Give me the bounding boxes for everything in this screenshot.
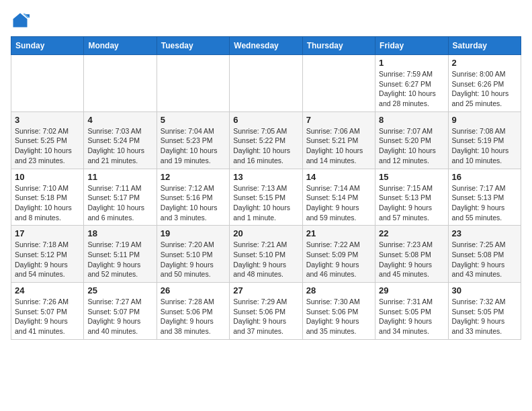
calendar-day-7: 7Sunrise: 7:06 AM Sunset: 5:21 PM Daylig… xyxy=(302,111,375,169)
day-number: 1 xyxy=(379,58,444,68)
weekday-header-tuesday: Tuesday xyxy=(157,37,229,55)
day-info: Sunrise: 7:26 AM Sunset: 5:07 PM Dayligh… xyxy=(15,297,80,336)
day-info: Sunrise: 7:19 AM Sunset: 5:11 PM Dayligh… xyxy=(87,240,152,279)
day-number: 8 xyxy=(379,115,444,125)
day-info: Sunrise: 7:25 AM Sunset: 5:08 PM Dayligh… xyxy=(452,240,517,279)
empty-day-cell xyxy=(302,55,375,112)
weekday-header-sunday: Sunday xyxy=(11,37,84,55)
day-number: 18 xyxy=(87,228,152,238)
empty-day-cell xyxy=(84,55,157,112)
calendar-day-18: 18Sunrise: 7:19 AM Sunset: 5:11 PM Dayli… xyxy=(84,226,157,283)
day-info: Sunrise: 7:14 AM Sunset: 5:14 PM Dayligh… xyxy=(306,183,371,223)
day-number: 6 xyxy=(233,115,298,125)
calendar-day-8: 8Sunrise: 7:07 AM Sunset: 5:20 PM Daylig… xyxy=(375,111,448,169)
calendar-day-15: 15Sunrise: 7:15 AM Sunset: 5:13 PM Dayli… xyxy=(375,169,448,226)
day-number: 19 xyxy=(161,228,226,238)
calendar-day-21: 21Sunrise: 7:22 AM Sunset: 5:09 PM Dayli… xyxy=(302,226,375,283)
calendar-day-20: 20Sunrise: 7:21 AM Sunset: 5:10 PM Dayli… xyxy=(230,226,302,283)
day-number: 3 xyxy=(15,115,80,125)
weekday-header-thursday: Thursday xyxy=(302,37,375,55)
day-number: 7 xyxy=(306,115,371,125)
calendar-day-5: 5Sunrise: 7:04 AM Sunset: 5:23 PM Daylig… xyxy=(157,111,229,169)
day-number: 14 xyxy=(306,172,371,182)
day-info: Sunrise: 7:31 AM Sunset: 5:05 PM Dayligh… xyxy=(379,297,444,336)
day-info: Sunrise: 7:32 AM Sunset: 5:05 PM Dayligh… xyxy=(452,297,517,336)
day-number: 4 xyxy=(87,115,152,125)
day-info: Sunrise: 7:30 AM Sunset: 5:06 PM Dayligh… xyxy=(306,297,371,336)
weekday-header-wednesday: Wednesday xyxy=(230,37,302,55)
day-number: 22 xyxy=(379,228,444,238)
day-info: Sunrise: 7:06 AM Sunset: 5:21 PM Dayligh… xyxy=(306,126,371,166)
day-info: Sunrise: 7:29 AM Sunset: 5:06 PM Dayligh… xyxy=(233,297,298,336)
calendar-day-27: 27Sunrise: 7:29 AM Sunset: 5:06 PM Dayli… xyxy=(230,283,302,340)
calendar-day-3: 3Sunrise: 7:02 AM Sunset: 5:25 PM Daylig… xyxy=(11,111,84,169)
calendar-week-row: 24Sunrise: 7:26 AM Sunset: 5:07 PM Dayli… xyxy=(11,283,521,340)
day-info: Sunrise: 7:22 AM Sunset: 5:09 PM Dayligh… xyxy=(306,240,371,279)
calendar-day-2: 2Sunrise: 8:00 AM Sunset: 6:26 PM Daylig… xyxy=(448,55,521,112)
day-number: 10 xyxy=(15,172,80,182)
weekday-header-saturday: Saturday xyxy=(448,37,521,55)
day-number: 21 xyxy=(306,228,371,238)
calendar-week-row: 10Sunrise: 7:10 AM Sunset: 5:18 PM Dayli… xyxy=(11,169,521,226)
day-info: Sunrise: 7:18 AM Sunset: 5:12 PM Dayligh… xyxy=(15,240,80,279)
calendar-week-row: 1Sunrise: 7:59 AM Sunset: 6:27 PM Daylig… xyxy=(11,55,521,112)
day-number: 16 xyxy=(452,172,517,182)
day-info: Sunrise: 7:27 AM Sunset: 5:07 PM Dayligh… xyxy=(87,297,152,336)
calendar-header-row: SundayMondayTuesdayWednesdayThursdayFrid… xyxy=(11,37,521,55)
day-number: 15 xyxy=(379,172,444,182)
calendar-day-11: 11Sunrise: 7:11 AM Sunset: 5:17 PM Dayli… xyxy=(84,169,157,226)
day-number: 2 xyxy=(452,58,517,68)
day-number: 20 xyxy=(233,228,298,238)
day-info: Sunrise: 7:28 AM Sunset: 5:06 PM Dayligh… xyxy=(161,297,226,336)
day-info: Sunrise: 7:59 AM Sunset: 6:27 PM Dayligh… xyxy=(379,69,444,109)
empty-day-cell xyxy=(230,55,302,112)
day-number: 23 xyxy=(452,228,517,238)
day-info: Sunrise: 7:20 AM Sunset: 5:10 PM Dayligh… xyxy=(161,240,226,279)
day-info: Sunrise: 7:05 AM Sunset: 5:22 PM Dayligh… xyxy=(233,126,298,166)
day-info: Sunrise: 7:13 AM Sunset: 5:15 PM Dayligh… xyxy=(233,183,298,223)
calendar-day-16: 16Sunrise: 7:17 AM Sunset: 5:13 PM Dayli… xyxy=(448,169,521,226)
calendar-day-9: 9Sunrise: 7:08 AM Sunset: 5:19 PM Daylig… xyxy=(448,111,521,169)
calendar-week-row: 17Sunrise: 7:18 AM Sunset: 5:12 PM Dayli… xyxy=(11,226,521,283)
calendar-day-30: 30Sunrise: 7:32 AM Sunset: 5:05 PM Dayli… xyxy=(448,283,521,340)
calendar-day-6: 6Sunrise: 7:05 AM Sunset: 5:22 PM Daylig… xyxy=(230,111,302,169)
calendar-day-24: 24Sunrise: 7:26 AM Sunset: 5:07 PM Dayli… xyxy=(11,283,84,340)
calendar-day-10: 10Sunrise: 7:10 AM Sunset: 5:18 PM Dayli… xyxy=(11,169,84,226)
day-info: Sunrise: 7:08 AM Sunset: 5:19 PM Dayligh… xyxy=(452,126,517,166)
logo-icon xyxy=(11,11,30,30)
calendar-day-25: 25Sunrise: 7:27 AM Sunset: 5:07 PM Dayli… xyxy=(84,283,157,340)
empty-day-cell xyxy=(11,55,84,112)
empty-day-cell xyxy=(157,55,229,112)
calendar-day-1: 1Sunrise: 7:59 AM Sunset: 6:27 PM Daylig… xyxy=(375,55,448,112)
day-info: Sunrise: 7:11 AM Sunset: 5:17 PM Dayligh… xyxy=(87,183,152,223)
day-info: Sunrise: 7:23 AM Sunset: 5:08 PM Dayligh… xyxy=(379,240,444,279)
calendar-day-23: 23Sunrise: 7:25 AM Sunset: 5:08 PM Dayli… xyxy=(448,226,521,283)
calendar-day-29: 29Sunrise: 7:31 AM Sunset: 5:05 PM Dayli… xyxy=(375,283,448,340)
day-info: Sunrise: 7:02 AM Sunset: 5:25 PM Dayligh… xyxy=(15,126,80,166)
day-info: Sunrise: 8:00 AM Sunset: 6:26 PM Dayligh… xyxy=(452,69,517,109)
calendar-week-row: 3Sunrise: 7:02 AM Sunset: 5:25 PM Daylig… xyxy=(11,111,521,169)
day-number: 29 xyxy=(379,285,444,295)
calendar-day-17: 17Sunrise: 7:18 AM Sunset: 5:12 PM Dayli… xyxy=(11,226,84,283)
day-number: 17 xyxy=(15,228,80,238)
day-info: Sunrise: 7:07 AM Sunset: 5:20 PM Dayligh… xyxy=(379,126,444,166)
page-header xyxy=(11,11,521,30)
weekday-header-friday: Friday xyxy=(375,37,448,55)
calendar-day-19: 19Sunrise: 7:20 AM Sunset: 5:10 PM Dayli… xyxy=(157,226,229,283)
day-info: Sunrise: 7:21 AM Sunset: 5:10 PM Dayligh… xyxy=(233,240,298,279)
day-number: 5 xyxy=(161,115,226,125)
weekday-header-monday: Monday xyxy=(84,37,157,55)
day-number: 24 xyxy=(15,285,80,295)
calendar-day-14: 14Sunrise: 7:14 AM Sunset: 5:14 PM Dayli… xyxy=(302,169,375,226)
calendar-day-26: 26Sunrise: 7:28 AM Sunset: 5:06 PM Dayli… xyxy=(157,283,229,340)
day-number: 9 xyxy=(452,115,517,125)
day-info: Sunrise: 7:10 AM Sunset: 5:18 PM Dayligh… xyxy=(15,183,80,223)
day-info: Sunrise: 7:12 AM Sunset: 5:16 PM Dayligh… xyxy=(161,183,226,223)
calendar-table: SundayMondayTuesdayWednesdayThursdayFrid… xyxy=(11,36,521,340)
day-info: Sunrise: 7:03 AM Sunset: 5:24 PM Dayligh… xyxy=(87,126,152,166)
day-number: 28 xyxy=(306,285,371,295)
day-info: Sunrise: 7:04 AM Sunset: 5:23 PM Dayligh… xyxy=(161,126,226,166)
day-number: 27 xyxy=(233,285,298,295)
calendar-day-13: 13Sunrise: 7:13 AM Sunset: 5:15 PM Dayli… xyxy=(230,169,302,226)
logo xyxy=(11,11,32,30)
